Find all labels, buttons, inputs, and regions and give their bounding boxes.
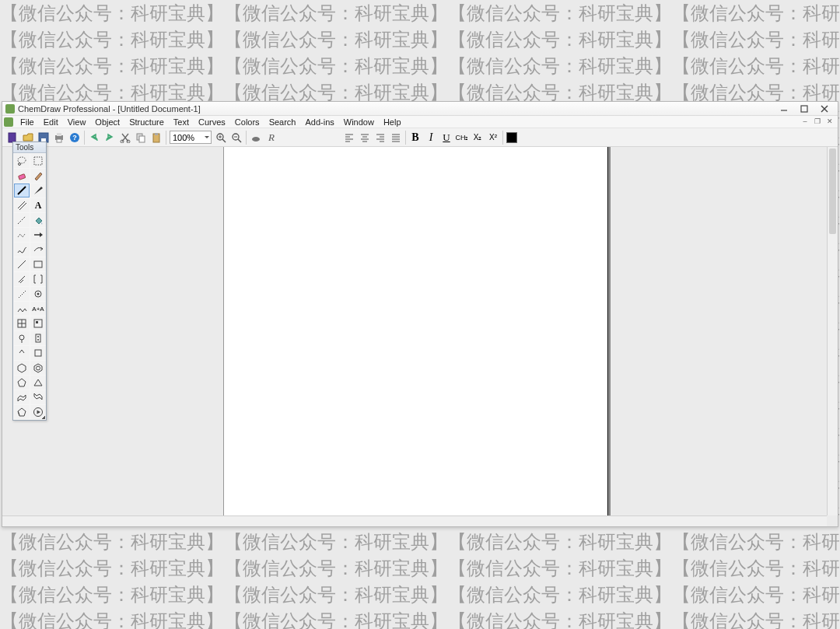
dashed-bond-tool[interactable]	[14, 213, 30, 227]
svg-marker-74	[18, 364, 26, 372]
marquee-tool[interactable]	[30, 154, 46, 168]
mdi-close-button[interactable]: ✕	[824, 116, 836, 127]
r-label: R	[268, 131, 275, 144]
svg-rect-45	[19, 174, 26, 180]
tlc-tool[interactable]	[30, 331, 46, 345]
zoom-combobox[interactable]: 100%	[170, 131, 212, 144]
template-tool[interactable]	[30, 316, 46, 330]
chair-1-tool[interactable]	[14, 390, 30, 404]
svg-line-19	[222, 139, 226, 142]
cyclohexane-tool[interactable]	[14, 361, 30, 375]
italic-button[interactable]: I	[423, 130, 439, 145]
r-group-button[interactable]: R	[264, 130, 279, 145]
superscript-button[interactable]: X²	[485, 130, 501, 145]
acyclic-chain-tool[interactable]	[14, 302, 30, 316]
undo-button[interactable]	[86, 130, 102, 145]
underline-button[interactable]: U	[439, 130, 454, 145]
horizontal-scrollbar[interactable]	[2, 515, 827, 526]
align-right-button[interactable]	[373, 130, 388, 145]
redo-button[interactable]	[102, 130, 117, 145]
zoom-in-button[interactable]	[213, 130, 229, 145]
arrow-tool[interactable]	[30, 228, 46, 242]
eraser-tool[interactable]	[14, 169, 30, 183]
chair-2-tool[interactable]	[30, 390, 46, 404]
align-left-button[interactable]	[341, 130, 357, 145]
rectangle-tool[interactable]	[30, 257, 46, 271]
hash-wedge-tool[interactable]	[14, 272, 30, 286]
cyclopropane-tool[interactable]	[30, 376, 46, 390]
wedge-bond-tool[interactable]	[30, 183, 46, 197]
cyclopentane-tool[interactable]	[14, 376, 30, 390]
copy-button[interactable]	[133, 130, 149, 145]
svg-line-80	[19, 412, 20, 416]
align-center-button[interactable]	[357, 130, 373, 145]
minimize-button[interactable]	[774, 103, 794, 114]
close-button[interactable]	[814, 103, 835, 114]
menu-edit[interactable]: Edit	[39, 117, 63, 127]
text-tool[interactable]: A	[30, 198, 46, 212]
table-tool[interactable]	[14, 316, 30, 330]
paste-button[interactable]	[149, 130, 164, 145]
color-well[interactable]	[506, 132, 517, 143]
menu-search[interactable]: Search	[264, 117, 301, 127]
zoom-out-button[interactable]	[229, 130, 244, 145]
bold-button[interactable]: B	[408, 130, 423, 145]
single-bond-tool[interactable]	[14, 257, 30, 271]
formula-button[interactable]: CH₂	[454, 130, 470, 145]
toolbar-separator	[84, 131, 85, 145]
menu-view[interactable]: View	[63, 117, 91, 127]
menu-addins[interactable]: Add-ins	[300, 117, 338, 127]
ring-tool[interactable]	[30, 346, 46, 360]
solid-bond-tool[interactable]	[14, 183, 30, 197]
reaction-arrow-tool[interactable]	[30, 243, 46, 257]
menu-object[interactable]: Object	[90, 117, 124, 127]
svg-marker-78	[34, 379, 42, 386]
svg-line-47	[18, 201, 25, 208]
lasso-tool[interactable]	[14, 154, 30, 168]
benzene-tool[interactable]	[30, 361, 46, 375]
subscript-button[interactable]: X₂	[470, 130, 485, 145]
orbital-tool[interactable]	[30, 287, 46, 301]
window-controls	[774, 103, 835, 114]
menu-help[interactable]: Help	[379, 117, 406, 127]
cut-button[interactable]	[117, 130, 133, 145]
align-justify-button[interactable]	[388, 130, 404, 145]
ring-open-tool[interactable]	[14, 346, 30, 360]
svg-rect-17	[155, 133, 158, 135]
toolbar-separator	[166, 131, 166, 145]
svg-rect-15	[139, 136, 145, 142]
document-page[interactable]	[223, 147, 609, 526]
chain-tool[interactable]	[14, 228, 30, 242]
bold-label: B	[411, 131, 418, 144]
hash-bond-tool[interactable]	[14, 287, 30, 301]
query-tool[interactable]	[14, 331, 30, 345]
svg-line-58	[22, 294, 23, 295]
svg-point-42	[18, 157, 26, 163]
clean-structure-button[interactable]	[248, 130, 264, 145]
menu-file[interactable]: File	[16, 117, 39, 127]
mdi-restore-button[interactable]: ❐	[811, 116, 824, 127]
scrollbar-thumb[interactable]	[829, 149, 836, 234]
help-button[interactable]: ?	[67, 130, 82, 145]
fill-tool[interactable]	[30, 213, 46, 227]
mdi-minimize-button[interactable]: –	[799, 116, 811, 127]
menu-curves[interactable]: Curves	[194, 117, 230, 127]
italic-label: I	[429, 131, 433, 144]
svg-line-56	[19, 297, 19, 298]
formula-label: CH₂	[456, 134, 469, 142]
print-button[interactable]	[51, 130, 67, 145]
bracket-tool[interactable]	[30, 272, 46, 286]
svg-marker-77	[18, 379, 26, 386]
tools-palette-title[interactable]: Tools	[13, 142, 46, 153]
menu-structure[interactable]: Structure	[124, 117, 169, 127]
menu-window[interactable]: Window	[339, 117, 379, 127]
pen-tool[interactable]	[30, 169, 46, 183]
menu-text[interactable]: Text	[169, 117, 194, 127]
vertical-scrollbar[interactable]	[827, 147, 838, 515]
maximize-button[interactable]	[794, 103, 814, 114]
menu-colors[interactable]: Colors	[230, 117, 264, 127]
wavy-bond-tool[interactable]	[14, 243, 30, 257]
atom-label-tool[interactable]: A+A	[30, 302, 46, 316]
multi-bond-tool[interactable]	[14, 198, 30, 212]
cyclopentadiene-tool[interactable]	[14, 405, 30, 419]
